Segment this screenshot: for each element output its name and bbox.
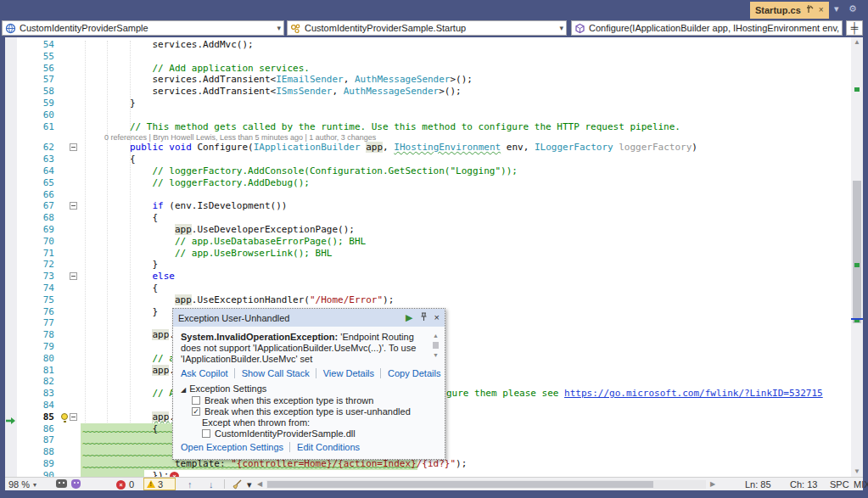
method-icon [574, 23, 585, 34]
collapse-region-toggle[interactable] [70, 143, 77, 151]
code-token: ) [692, 142, 697, 153]
popup-scrollbar[interactable]: ▲ ▼ [431, 332, 440, 366]
show-call-stack-link[interactable]: Show Call Stack [234, 368, 310, 378]
code-line[interactable]: app. [85, 411, 175, 423]
scroll-down-icon[interactable]: ▼ [431, 351, 440, 359]
open-exception-settings-link[interactable]: Open Exception Settings [181, 442, 283, 452]
separator [224, 479, 225, 489]
project-dropdown[interactable]: CustomIdentityProviderSample ▾ [2, 20, 284, 36]
scroll-left-icon[interactable]: ◀ [257, 480, 262, 488]
scroll-up-icon[interactable]: ▲ [851, 37, 863, 48]
lightbulb-icon[interactable] [61, 413, 68, 420]
checkbox-checked[interactable]: ✓ [192, 407, 200, 416]
navigate-next-icon[interactable]: ↓ [209, 478, 214, 490]
code-line[interactable]: app. [85, 365, 175, 377]
code-token: app [366, 142, 383, 153]
close-icon[interactable]: × [819, 6, 824, 14]
pin-icon[interactable] [420, 312, 428, 323]
gear-icon[interactable]: ⚙ [848, 3, 857, 14]
continue-execution-icon[interactable]: ▶ [406, 313, 412, 322]
scroll-thumb[interactable] [433, 342, 439, 349]
member-name: Configure(IApplicationBuilder app, IHost… [589, 23, 843, 33]
tab-list-caret-icon[interactable]: ▾ [834, 3, 839, 14]
code-line[interactable]: services.AddTransient<ISmsSender, AuthMe… [85, 86, 462, 98]
code-line[interactable]: // app.UseBrowserLink(); BHL [85, 248, 332, 260]
collapse-region-toggle[interactable] [70, 202, 77, 210]
vertical-scrollbar[interactable]: ▲ ▼ [851, 37, 863, 477]
tab-label: Startup.cs [755, 5, 801, 15]
change-mark [854, 87, 860, 92]
code-line[interactable]: app. [85, 329, 175, 341]
scroll-thumb[interactable] [267, 481, 653, 488]
type-name: CustomIdentityProviderSample.Startup [305, 23, 556, 33]
ask-copilot-link[interactable]: Ask Copilot [181, 368, 228, 378]
view-details-link[interactable]: View Details [316, 368, 374, 378]
code-line[interactable]: // A [85, 388, 175, 400]
horizontal-scrollbar[interactable] [266, 480, 706, 489]
code-cleanup-caret-icon[interactable]: ▾ [247, 478, 252, 490]
line-number: 62 [24, 142, 54, 154]
navigate-previous-icon[interactable]: ↑ [188, 478, 193, 490]
collapse-region-toggle[interactable] [70, 272, 77, 280]
code-line[interactable]: services.AddMvc(); [85, 39, 254, 51]
code-line[interactable]: public void Configure(IApplicationBuilde… [85, 142, 697, 154]
code-line[interactable]: app.UseExceptionHandler("/Home/Error"); [85, 294, 394, 306]
code-line[interactable]: } [85, 259, 158, 271]
code-line[interactable]: // app.UseDatabaseErrorPage(); BHL [85, 236, 366, 248]
scroll-up-icon[interactable]: ▲ [431, 332, 440, 339]
zoom-level-select[interactable]: 98 % ▾ [8, 478, 36, 490]
code-line[interactable]: { [85, 423, 158, 435]
code-line[interactable]: // This method gets called by the runtim… [85, 121, 680, 133]
code-line[interactable]: // Add application services. [85, 63, 310, 75]
pin-icon[interactable] [806, 5, 814, 15]
exception-settings-expander[interactable]: ◢Exception Settings [181, 383, 266, 394]
exception-popup-header[interactable]: Exception User-Unhandled ▶ × [173, 309, 445, 327]
edit-conditions-link[interactable]: Edit Conditions [289, 442, 360, 452]
dll-exclusion-checkbox[interactable]: CustomIdentityProviderSample.dll [202, 428, 356, 439]
code-line[interactable]: if (env.IsDevelopment()) [85, 200, 287, 212]
scroll-thumb[interactable] [853, 181, 861, 323]
exception-message: System.InvalidOperationException: 'Endpo… [181, 332, 423, 366]
chevron-down-icon[interactable]: ▾ [277, 24, 281, 32]
code-token: } [85, 306, 158, 317]
line-number: 85 [24, 411, 54, 423]
break-when-thrown-checkbox[interactable]: Break when this exception type is thrown [192, 395, 373, 406]
code-line[interactable]: { [85, 283, 158, 294]
execution-pointer-icon[interactable] [5, 413, 16, 422]
errors-indicator[interactable]: × 0 [116, 478, 134, 490]
code-line[interactable]: app.UseDeveloperExceptionPage(); [85, 224, 355, 236]
code-line[interactable]: else [85, 271, 175, 283]
chevron-down-icon[interactable]: ▾ [559, 24, 563, 32]
code-line[interactable]: { [85, 154, 136, 165]
code-cleanup-icon[interactable] [232, 479, 243, 491]
close-icon[interactable]: × [434, 313, 440, 322]
code-line[interactable]: template: "{controller=Home}/{action=Ind… [85, 458, 467, 470]
line-number: 78 [24, 329, 54, 341]
codelens-info[interactable]: 0 references | Bryn Howell Lewis, Less t… [104, 133, 376, 143]
copilot-icon[interactable] [56, 479, 67, 488]
checkbox-unchecked[interactable] [202, 429, 210, 438]
code-line[interactable]: { [85, 212, 158, 224]
code-line[interactable]: // a [85, 353, 175, 365]
collapse-region-toggle[interactable] [70, 413, 77, 421]
member-dropdown[interactable]: Configure(IApplicationBuilder app, IHost… [571, 20, 843, 36]
copy-details-link[interactable]: Copy Details [380, 368, 440, 378]
warnings-indicator[interactable]: ! 3 [143, 478, 176, 490]
code-line[interactable]: } [85, 98, 136, 109]
scroll-right-icon[interactable]: ▶ [710, 480, 715, 488]
code-line[interactable]: services.AddTransient<IEmailSender, Auth… [85, 74, 473, 86]
code-line[interactable]: // loggerFactory.AddConsole(Configuratio… [85, 165, 518, 177]
type-dropdown[interactable]: CustomIdentityProviderSample.Startup ▾ [287, 20, 567, 36]
editor-status-bar: 98 % ▾ × 0 ! 3 ↑ ↓ ▾ ◀ ▶ Ln: 85 Ch: 13 S… [5, 477, 863, 490]
tab-startup-cs[interactable]: Startup.cs × [750, 2, 829, 19]
line-number: 59 [24, 98, 54, 109]
copilot-chat-icon[interactable] [71, 479, 81, 489]
scroll-down-icon[interactable]: ▼ [851, 467, 863, 477]
hyperlink[interactable]: https://go.microsoft.com/fwlink/?LinkID=… [564, 388, 823, 399]
code-line[interactable]: } [85, 306, 158, 318]
code-line[interactable]: // loggerFactory.AddDebug(); [85, 177, 310, 189]
breakpoint-margin[interactable] [5, 37, 17, 477]
break-when-user-unhandled-checkbox[interactable]: ✓ Break when this exception type is user… [192, 406, 411, 417]
split-editor-handle[interactable]: ╪ [846, 20, 863, 36]
checkbox-unchecked[interactable] [192, 396, 200, 405]
